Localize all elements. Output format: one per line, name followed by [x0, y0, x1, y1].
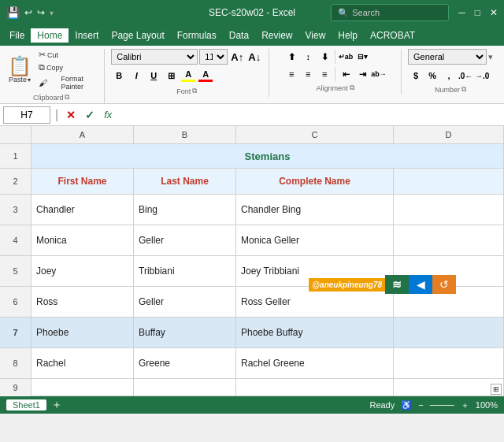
borders-button[interactable]: ⊞: [163, 68, 179, 84]
copy-button[interactable]: ⧉Copy: [36, 61, 98, 73]
minimize-btn[interactable]: ─: [458, 7, 465, 18]
menu-home[interactable]: Home: [31, 28, 69, 43]
close-btn[interactable]: ✕: [490, 7, 498, 18]
cancel-formula-button[interactable]: ✕: [63, 107, 79, 123]
cell-8a[interactable]: Rachel: [32, 348, 134, 378]
accounting-button[interactable]: $: [408, 68, 424, 84]
col-header-c[interactable]: C: [236, 126, 394, 143]
cell-reference-input[interactable]: H7: [3, 106, 50, 124]
cell-9b[interactable]: [134, 379, 236, 396]
number-format-select[interactable]: General: [408, 49, 487, 65]
decrease-decimal-button[interactable]: .0←: [458, 68, 473, 84]
font-color-button[interactable]: A: [198, 68, 213, 84]
col-header-a[interactable]: A: [32, 126, 134, 143]
cell-2a[interactable]: First Name: [32, 169, 134, 194]
font-name-select[interactable]: Calibri: [111, 49, 198, 65]
menu-data[interactable]: Data: [223, 28, 255, 43]
menu-review[interactable]: Review: [255, 28, 298, 43]
increase-decimal-button[interactable]: →.0: [474, 68, 490, 84]
bold-button[interactable]: B: [111, 68, 127, 84]
font-expand[interactable]: ⧉: [192, 87, 197, 95]
align-middle-button[interactable]: ↕: [300, 49, 316, 65]
cell-4a[interactable]: Monica: [32, 225, 134, 255]
align-top-button[interactable]: ⬆: [284, 49, 299, 65]
zoom-slider[interactable]: ────: [430, 400, 454, 410]
formula-input[interactable]: [118, 110, 501, 121]
text-direction-button[interactable]: ab→: [371, 66, 387, 82]
align-left-button[interactable]: ≡: [284, 66, 299, 82]
maximize-btn[interactable]: □: [475, 7, 480, 18]
number-expand[interactable]: ⧉: [461, 85, 466, 94]
confirm-formula-button[interactable]: ✓: [82, 107, 98, 123]
menu-acrobat[interactable]: ACROBAT: [364, 28, 421, 43]
cell-9d[interactable]: ⊞: [394, 379, 504, 396]
col-header-b[interactable]: B: [134, 126, 236, 143]
save-icon[interactable]: 💾: [6, 6, 20, 19]
cell-8d[interactable]: [394, 348, 504, 378]
cell-2c[interactable]: Complete Name: [236, 169, 394, 194]
menu-insert[interactable]: Insert: [69, 28, 105, 43]
menu-view[interactable]: View: [299, 28, 332, 43]
paste-button[interactable]: 📋 Paste ▾: [5, 55, 35, 85]
cell-9c[interactable]: [236, 379, 394, 396]
align-bottom-button[interactable]: ⬇: [317, 49, 332, 65]
format-painter-button[interactable]: 🖌Format Painter: [36, 74, 98, 91]
cell-6b[interactable]: Geller: [134, 287, 236, 317]
align-right-button[interactable]: ≡: [317, 66, 332, 82]
title-merged-cell[interactable]: Stemians: [32, 144, 504, 168]
zoom-in-btn[interactable]: ＋: [461, 399, 469, 411]
cell-2b[interactable]: Last Name: [134, 169, 236, 194]
cell-3b[interactable]: Bing: [134, 195, 236, 225]
add-sheet-button[interactable]: ＋: [51, 398, 62, 412]
customize-icon[interactable]: ▾: [50, 9, 54, 17]
menu-formulas[interactable]: Formulas: [171, 28, 223, 43]
cell-8b[interactable]: Greene: [134, 348, 236, 378]
cell-7d[interactable]: [394, 318, 504, 347]
cell-3c[interactable]: Chandler Bing: [236, 195, 394, 225]
accessibility-icon[interactable]: ♿: [401, 400, 412, 410]
align-center-button[interactable]: ≡: [300, 66, 316, 82]
cell-5c[interactable]: Joey Tribbiani @aneukpineung78 ≋ ◀ ↺: [236, 256, 394, 286]
cell-5a[interactable]: Joey: [32, 256, 134, 286]
cut-button[interactable]: ✂Cut: [36, 49, 98, 61]
undo-icon[interactable]: ↩: [24, 7, 32, 18]
zoom-out-btn[interactable]: −: [418, 400, 423, 410]
menu-page-layout[interactable]: Page Layout: [105, 28, 170, 43]
cell-7b[interactable]: Buffay: [134, 318, 236, 347]
cell-8c[interactable]: Rachel Greene: [236, 348, 394, 378]
redo-icon[interactable]: ↪: [37, 7, 45, 18]
search-box[interactable]: 🔍 Search: [331, 4, 449, 21]
cell-4c[interactable]: Monica Geller: [236, 225, 394, 255]
sheet-tab[interactable]: Sheet1: [6, 399, 46, 410]
font-grow-button[interactable]: A↑: [229, 49, 245, 65]
cell-4b[interactable]: Geller: [134, 225, 236, 255]
increase-indent-button[interactable]: ⇥: [354, 66, 370, 82]
menu-file[interactable]: File: [3, 28, 31, 43]
clipboard-expand[interactable]: ⧉: [65, 93, 69, 102]
cell-4d[interactable]: [394, 225, 504, 255]
quick-analysis-icon[interactable]: ⊞: [491, 384, 502, 395]
merge-button[interactable]: ⊟▾: [354, 49, 370, 65]
cell-7a[interactable]: Phoebe: [32, 318, 134, 347]
font-size-select[interactable]: 11: [199, 49, 228, 65]
cell-5b[interactable]: Tribbiani: [134, 256, 236, 286]
italic-button[interactable]: I: [128, 68, 144, 84]
cell-3d[interactable]: [394, 195, 504, 225]
paste-dropdown-icon[interactable]: ▾: [28, 76, 31, 84]
alignment-expand[interactable]: ⧉: [350, 84, 354, 92]
cell-3a[interactable]: Chandler: [32, 195, 134, 225]
col-header-d[interactable]: D: [394, 126, 504, 143]
percent-button[interactable]: %: [424, 68, 440, 84]
menu-help[interactable]: Help: [332, 28, 364, 43]
decrease-indent-button[interactable]: ⇤: [338, 66, 354, 82]
cell-7c[interactable]: Phoebe Buffay: [236, 318, 394, 347]
number-format-expand[interactable]: ▾: [488, 52, 493, 62]
underline-button[interactable]: U: [146, 68, 161, 84]
fill-color-button[interactable]: A: [180, 68, 196, 84]
font-shrink-button[interactable]: A↓: [246, 49, 262, 65]
cell-6a[interactable]: Ross: [32, 287, 134, 317]
wrap-text-button[interactable]: ↵ab: [338, 49, 354, 65]
comma-button[interactable]: ,: [441, 68, 457, 84]
cell-9a[interactable]: [32, 379, 134, 396]
cell-2d[interactable]: [394, 169, 504, 194]
